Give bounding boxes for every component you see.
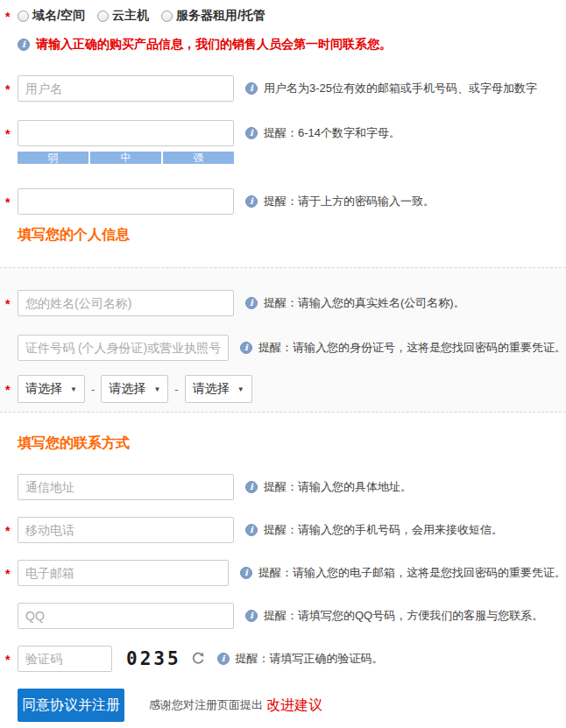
product-type-row: * 域名/空间 云主机 服务器租用/托管 — [0, 5, 566, 26]
hint-text: 提醒：请于上方的密码输入一致。 — [264, 194, 435, 209]
radio-option-cloud-host[interactable]: 云主机 — [97, 8, 149, 24]
required-mark: * — [5, 195, 14, 209]
hint-text: 提醒：请填写您的QQ号码，方便我们的客服与您联系。 — [264, 608, 543, 624]
captcha-input[interactable] — [18, 646, 112, 672]
id-number-hint: i 提醒：请输入您的身份证号，这将是您找回密码的重要凭证。 — [240, 340, 566, 356]
username-row: * i 用户名为3-25位有效的邮箱或手机号码、或字母加数字 — [0, 74, 566, 102]
required-mark: * — [5, 82, 14, 96]
confirm-password-row: * i 提醒：请于上方的密码输入一致。 — [0, 187, 566, 216]
radio-icon[interactable] — [18, 11, 29, 22]
info-icon: i — [245, 127, 258, 139]
strength-weak: 弱 — [18, 152, 88, 164]
radio-label[interactable]: 服务器租用/托管 — [176, 8, 265, 24]
required-mark: * — [5, 653, 14, 667]
radio-icon[interactable] — [161, 11, 173, 22]
improvement-suggestion-link[interactable]: 改进建议 — [266, 696, 322, 715]
mobile-hint: i 提醒：请输入您的手机号码，会用来接收短信。 — [245, 522, 503, 538]
id-number-input[interactable] — [18, 335, 229, 361]
name-row: * i 提醒：请输入您的真实姓名(公司名称)。 — [0, 289, 566, 317]
dropdown-2[interactable]: 请选择 ▼ — [101, 375, 168, 403]
hint-text: 用户名为3-25位有效的邮箱或手机号码、或字母加数字 — [264, 81, 537, 96]
address-row: i 提醒：请输入您的具体地址。 — [0, 473, 566, 501]
dropdown-value[interactable]: 请选择 — [193, 381, 230, 397]
confirm-password-hint: i 提醒：请于上方的密码输入一致。 — [245, 194, 435, 209]
dropdown-value[interactable]: 请选择 — [25, 381, 62, 397]
hint-text: 提醒：请输入您的具体地址。 — [264, 479, 412, 495]
address-input[interactable] — [18, 474, 234, 500]
refresh-captcha-icon[interactable] — [190, 651, 206, 667]
hint-text: 提醒：请输入您的手机号码，会用来接收短信。 — [264, 522, 503, 538]
radio-option-server-rental[interactable]: 服务器租用/托管 — [161, 8, 265, 24]
mobile-input[interactable] — [18, 517, 234, 543]
info-icon: i — [245, 195, 258, 208]
info-icon: i — [245, 82, 258, 95]
separator: - — [174, 383, 178, 396]
email-input[interactable] — [18, 560, 229, 586]
dropdown-3[interactable]: 请选择 ▼ — [185, 375, 252, 403]
required-mark: * — [5, 383, 14, 397]
required-mark: * — [5, 10, 14, 24]
strength-medium: 中 — [90, 152, 161, 164]
dropdown-1[interactable]: 请选择 ▼ — [18, 375, 85, 403]
personal-info-title: 填写您的个人信息 — [18, 226, 130, 244]
confirm-password-input[interactable] — [18, 188, 234, 215]
required-mark: * — [5, 127, 14, 141]
password-input[interactable] — [18, 120, 234, 146]
required-mark: * — [5, 567, 14, 581]
password-hint: i 提醒：6-14个数字和字母。 — [245, 125, 400, 141]
hint-text: 提醒：请输入您的真实姓名(公司名称)。 — [264, 295, 465, 311]
radio-icon[interactable] — [97, 11, 109, 22]
email-row: * i 提醒：请输入您的电子邮箱，这将是您找回密码的重要凭证。 — [0, 559, 566, 587]
thanks-text: 感谢您对注册页面提出 — [149, 697, 263, 713]
name-input[interactable] — [18, 290, 234, 316]
chevron-down-icon: ▼ — [237, 385, 244, 393]
chevron-down-icon: ▼ — [70, 385, 77, 393]
info-icon: i — [245, 610, 258, 622]
dropdown-value[interactable]: 请选择 — [109, 381, 145, 397]
required-mark: * — [5, 524, 14, 538]
info-icon: i — [240, 567, 252, 579]
hint-text: 提醒：请填写正确的验证码。 — [236, 651, 384, 667]
radio-option-domain[interactable]: 域名/空间 — [18, 8, 85, 24]
password-strength-meter: 弱 中 强 — [18, 152, 234, 164]
register-button[interactable]: 同意协议并注册 — [18, 689, 124, 722]
email-hint: i 提醒：请输入您的电子邮箱，这将是您找回密码的重要凭证。 — [240, 565, 566, 581]
info-icon: i — [245, 481, 258, 493]
qq-hint: i 提醒：请填写您的QQ号码，方便我们的客服与您联系。 — [245, 608, 543, 624]
info-icon: i — [217, 653, 230, 665]
captcha-hint: i 提醒：请填写正确的验证码。 — [217, 651, 384, 667]
chevron-down-icon: ▼ — [153, 385, 160, 393]
username-hint: i 用户名为3-25位有效的邮箱或手机号码、或字母加数字 — [245, 81, 537, 96]
radio-label[interactable]: 云主机 — [112, 8, 149, 24]
required-mark: * — [5, 297, 14, 311]
contact-info-title: 填写您的联系方式 — [18, 435, 130, 453]
info-icon: i — [240, 342, 252, 354]
notice-row: i 请输入正确的购买产品信息，我们的销售人员会第一时间联系您。 — [0, 35, 566, 54]
username-input[interactable] — [18, 75, 234, 102]
qq-row: i 提醒：请填写您的QQ号码，方便我们的客服与您联系。 — [0, 602, 566, 630]
qq-input[interactable] — [18, 603, 234, 629]
captcha-image: 0235 — [126, 648, 181, 669]
address-hint: i 提醒：请输入您的具体地址。 — [245, 479, 412, 495]
mobile-row: * i 提醒：请输入您的手机号码，会用来接收短信。 — [0, 516, 566, 544]
hint-text: 提醒：请输入您的电子邮箱，这将是您找回密码的重要凭证。 — [258, 565, 566, 581]
id-number-row: i 提醒：请输入您的身份证号，这将是您找回密码的重要凭证。 — [0, 334, 566, 362]
info-icon: i — [245, 524, 258, 536]
strength-strong: 强 — [163, 152, 234, 164]
name-hint: i 提醒：请输入您的真实姓名(公司名称)。 — [245, 295, 465, 311]
separator: - — [91, 383, 95, 396]
hint-text: 提醒：请输入您的身份证号，这将是您找回密码的重要凭证。 — [258, 340, 566, 356]
radio-label[interactable]: 域名/空间 — [32, 8, 85, 24]
password-row: * i 提醒：6-14个数字和字母。 — [0, 119, 566, 147]
date-select-row: * 请选择 ▼ - 请选择 ▼ - 请选择 ▼ — [0, 375, 566, 403]
hint-text: 提醒：6-14个数字和字母。 — [264, 125, 400, 141]
info-icon: i — [245, 297, 258, 309]
info-icon: i — [18, 39, 30, 51]
footer-row: 同意协议并注册 感谢您对注册页面提出 改进建议 — [0, 688, 566, 723]
captcha-row: * 0235 i 提醒：请填写正确的验证码。 — [0, 645, 566, 673]
personal-info-section: * i 提醒：请输入您的真实姓名(公司名称)。 i 提醒：请输入您的身份证号，这… — [0, 267, 566, 413]
notice-text: 请输入正确的购买产品信息，我们的销售人员会第一时间联系您。 — [36, 37, 392, 53]
